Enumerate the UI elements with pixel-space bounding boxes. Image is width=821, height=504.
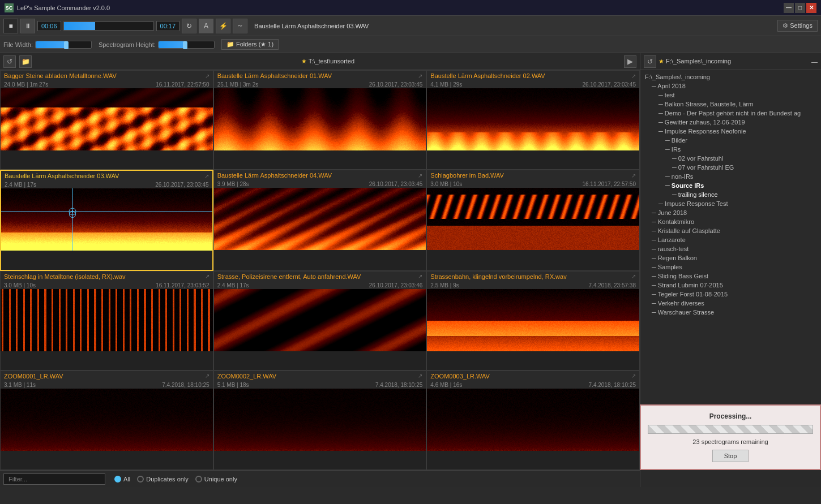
sample-spectrogram <box>1 188 212 251</box>
settings-button[interactable]: ⚙ Settings <box>777 20 818 32</box>
open-icon[interactable]: ↗ <box>631 273 636 279</box>
tree-item[interactable]: ─ Strand Lubmin 07-2015 <box>640 281 821 290</box>
mode-a-button[interactable]: A <box>199 19 213 33</box>
sample-size: 2.4 MB | 17s <box>5 182 36 188</box>
sample-name: Baustelle Lärm Asphaltschneider 01.WAV <box>217 72 332 79</box>
sample-spectrogram <box>214 88 426 150</box>
main-layout: ↺ 📁 ★ T:\_test\unsorted ▶ Bagger Steine … <box>0 53 821 487</box>
stutter-button[interactable]: ⚡ <box>216 19 230 33</box>
sample-item[interactable]: ZOOM0002_LR.WAV ↗ 5.1 MB | 18s 7.4.2018,… <box>213 371 427 470</box>
tree-item[interactable]: ─ Gewitter zuhaus, 12-06-2019 <box>640 118 821 127</box>
window-controls: — □ ✕ <box>784 3 816 13</box>
tree-item[interactable]: ─ non-IRs <box>640 172 821 181</box>
sample-item[interactable]: Bagger Steine abladen Metalltonne.WAV ↗ … <box>0 70 213 170</box>
sample-spectrogram <box>427 289 639 351</box>
open-icon[interactable]: ↗ <box>631 73 636 79</box>
secondary-toolbar: File Width: Spectrogram Height: 📁 Folder… <box>0 36 821 53</box>
tree-item[interactable]: ─ June 2018 <box>640 208 821 217</box>
time-total: 00:17 <box>156 21 180 31</box>
radio-unique-indicator <box>195 476 202 483</box>
stop-button[interactable]: ■ <box>3 19 18 33</box>
sample-spectrogram <box>1 389 213 451</box>
sample-item[interactable]: Steinschlag in Metalltone (isolated, RX)… <box>0 271 213 371</box>
tree-item[interactable]: ─ 02 vor Fahrstuhl <box>640 154 821 163</box>
spectrogram-height-label: Spectrogram Height: <box>99 41 156 48</box>
tree-item[interactable]: ─ Impulse Responses Neofonie <box>640 127 821 136</box>
open-icon[interactable]: ↗ <box>205 273 209 279</box>
sample-item[interactable]: Baustelle Lärm Asphaltschneider 03.WAV ↗… <box>0 170 213 270</box>
open-icon[interactable]: ↗ <box>418 273 422 279</box>
tree-item[interactable]: ─ rausch-test <box>640 244 821 253</box>
right-path-label: ★ F:\_Samples\_incoming <box>658 58 809 65</box>
sample-spectrogram <box>214 188 426 250</box>
sample-size: 2.4 MB | 17s <box>217 282 249 288</box>
minimize-button[interactable]: — <box>784 3 794 13</box>
tree-item[interactable]: ─ Regen Balkon <box>640 253 821 262</box>
sample-item[interactable]: Schlagbohrer im Bad.WAV ↗ 3.0 MB | 10s 1… <box>426 170 640 270</box>
open-icon[interactable]: ↗ <box>631 373 636 379</box>
main-toolbar: ■ ⏸ 00:06 00:17 ↻ A ⚡ ～ Baustelle Lärm A… <box>0 16 821 36</box>
open-icon[interactable]: ↗ <box>418 73 422 79</box>
sample-size: 3.9 MB | 28s <box>217 181 249 187</box>
sample-grid: Bagger Steine abladen Metalltonne.WAV ↗ … <box>0 70 640 470</box>
tree-item[interactable]: ─ Tegeler Forst 01-08-2015 <box>640 290 821 299</box>
open-icon[interactable]: ↗ <box>204 173 209 179</box>
tree-item[interactable]: ─ Warschauer Strasse <box>640 308 821 317</box>
tree-item[interactable]: ─ test <box>640 91 821 100</box>
filter-unique[interactable]: Unique only <box>195 476 237 483</box>
open-icon[interactable]: ↗ <box>418 173 422 179</box>
filter-duplicates[interactable]: Duplicates only <box>137 476 189 483</box>
folder-button[interactable]: 📁 <box>19 55 32 68</box>
loop-button[interactable]: ↻ <box>182 19 196 33</box>
sample-item[interactable]: Strasse, Polizeisirene entfernt, Auto an… <box>213 271 427 371</box>
tree-item[interactable]: ─ 07 vor Fahrstuhl EG <box>640 163 821 172</box>
file-width-slider[interactable] <box>35 41 92 49</box>
sample-item[interactable]: ZOOM0003_LR.WAV ↗ 4.6 MB | 16s 7.4.2018,… <box>426 371 640 470</box>
tree-item[interactable]: ─ Impuse Response Test <box>640 199 821 208</box>
close-button[interactable]: ✕ <box>806 3 816 13</box>
tree-item[interactable]: ─ April 2018 <box>640 81 821 91</box>
tree-item[interactable]: ─ Sliding Bass Geist <box>640 272 821 281</box>
tree-item[interactable]: ─ Bilder <box>640 136 821 145</box>
refresh-button[interactable]: ↺ <box>3 55 16 68</box>
tree-item[interactable]: ─ Kontaktmikro <box>640 217 821 226</box>
tree-item[interactable]: ─ Kristalle auf Glasplatte <box>640 226 821 235</box>
path-next-button[interactable]: ▶ <box>624 55 636 68</box>
sample-item[interactable]: Baustelle Lärm Asphaltschneider 02.WAV ↗… <box>426 70 640 170</box>
sample-item[interactable]: Baustelle Lärm Asphaltschneider 01.WAV ↗… <box>213 70 427 170</box>
spectrogram-height-slider[interactable] <box>158 41 215 49</box>
tree-item[interactable]: ─ IRs <box>640 145 821 154</box>
tree-item[interactable]: ─ Balkon Strasse, Baustelle, Lärm <box>640 100 821 109</box>
sample-item[interactable]: ZOOM0001_LR.WAV ↗ 3.1 MB | 11s 7.4.2018,… <box>0 371 213 470</box>
tree-item[interactable]: ─ Samples <box>640 262 821 272</box>
right-refresh-button[interactable]: ↺ <box>644 55 656 68</box>
maximize-button[interactable]: □ <box>795 3 805 13</box>
tree-item[interactable]: ─ Demo - Der Papst gehört nicht in den B… <box>640 109 821 118</box>
playback-progress[interactable] <box>63 21 154 31</box>
open-icon[interactable]: ↗ <box>631 173 636 179</box>
wave-button[interactable]: ～ <box>233 19 247 33</box>
right-panel-icon: — <box>811 58 818 65</box>
filter-input[interactable] <box>3 473 105 485</box>
current-path: T:\_test\unsorted <box>309 58 354 64</box>
right-path-bar: ↺ ★ F:\_Samples\_incoming — <box>640 53 821 70</box>
tree-item[interactable]: ─ Source IRs <box>640 181 821 190</box>
filter-all[interactable]: All <box>114 476 130 483</box>
tree-item[interactable]: ─ Lanzarote <box>640 235 821 244</box>
folders-button[interactable]: 📁 Folders (★ 1) <box>221 39 279 50</box>
sample-item[interactable]: Baustelle Lärm Asphaltschneider 04.WAV ↗… <box>213 170 427 270</box>
sample-item[interactable]: Strassenbahn, klingelnd vorbeirumpelnd, … <box>426 271 640 371</box>
sample-size: 3.0 MB | 10s <box>4 282 36 288</box>
stop-processing-button[interactable]: Stop <box>712 450 749 462</box>
tree-item[interactable]: ─ Verkehr diverses <box>640 299 821 308</box>
right-path-text: F:\_Samples\_incoming <box>666 58 731 64</box>
open-icon[interactable]: ↗ <box>205 73 209 79</box>
open-icon[interactable]: ↗ <box>205 373 209 379</box>
open-icon[interactable]: ↗ <box>418 373 422 379</box>
sample-name: ZOOM0002_LR.WAV <box>217 373 277 380</box>
tree-item[interactable]: F:\_Samples\_incoming <box>640 72 821 81</box>
tree-item[interactable]: ─ trailing silence <box>640 190 821 199</box>
spectrogram-canvas <box>1 289 213 351</box>
pause-button[interactable]: ⏸ <box>20 19 35 33</box>
filter-radio-group: All Duplicates only Unique only <box>114 476 237 483</box>
